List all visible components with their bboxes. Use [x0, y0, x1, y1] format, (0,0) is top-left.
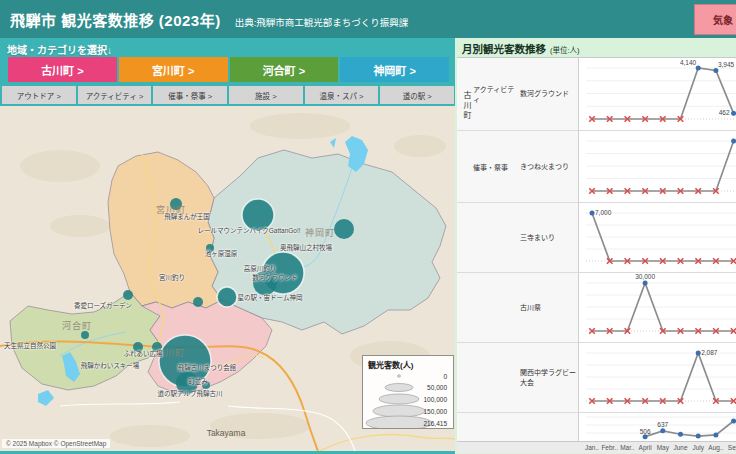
series-category: アクティビティ: [473, 84, 519, 104]
month-tick-label: April: [639, 444, 653, 452]
data-point: [590, 211, 595, 216]
series-plot: 2,087: [578, 343, 736, 413]
month-tick-label: Febr..: [601, 444, 618, 451]
source-caption: 出典:飛騨市商工観光部まちづくり振興課: [235, 15, 409, 29]
legend-size-label: 100,000: [424, 396, 448, 403]
bubble-marker-6[interactable]: [217, 287, 237, 307]
chart-header: 月別観光客数推移 (単位:人): [462, 41, 580, 56]
data-label: 506: [640, 428, 651, 435]
bubble-marker-15[interactable]: [202, 381, 210, 389]
legend-symbols: 050,000100,000150,000216,415: [363, 370, 451, 428]
select-instruction: 地域・カテゴリを選択↓: [7, 42, 112, 57]
chart-row-3: 三寺まいり7,000: [457, 203, 736, 273]
bubble-marker-8[interactable]: [193, 297, 203, 307]
month-tick-label: July: [692, 444, 704, 452]
data-label: 3,945: [718, 61, 735, 68]
series-name: 数河グラウンド: [520, 89, 577, 99]
series-name: 関西中学ラグビー大会: [520, 367, 577, 387]
chart-axis-separator: [578, 58, 579, 442]
category-button-6[interactable]: 道の駅 >: [380, 86, 454, 104]
town-buttons: 古川町 >宮川町 >河合町 >神岡町 >: [8, 57, 449, 82]
header: 飛騨市 観光客数推移 (2023年) 出典:飛騨市商工観光部まちづくり振興課 気…: [0, 0, 736, 38]
region-label: 神岡町: [305, 227, 335, 238]
town-button-2[interactable]: 宮川町 >: [119, 57, 228, 82]
page-title: 飛騨市 観光客数推移 (2023年): [10, 9, 221, 30]
category-button-2[interactable]: アクティビティ >: [78, 86, 152, 104]
bubble-marker-2[interactable]: [242, 199, 274, 231]
data-label: 30,000: [635, 273, 655, 280]
category-button-3[interactable]: 催事・祭事 >: [153, 86, 227, 104]
series-plot: 4,1403,945462: [578, 58, 736, 131]
data-point: [713, 432, 718, 437]
series-name: きつね火まつり: [520, 161, 577, 171]
series-plot: 30,000: [578, 273, 736, 343]
chart-title: 月別観光客数推移: [462, 41, 546, 56]
legend-size-label: 150,000: [424, 408, 448, 415]
chart-row-2: 催事・祭事きつね火まつり: [457, 131, 736, 203]
region-label: 河合町: [62, 320, 92, 331]
series-plot: [578, 131, 736, 203]
map-canvas[interactable]: 宮川町河合町古川町神岡町 飛騨まんが王国レールマウンテンバイクGattanGo!…: [0, 106, 455, 451]
chart-row-6: 506637: [457, 413, 736, 442]
region-label: 宮川町: [156, 204, 186, 215]
month-axis-svg: Jan..Febr..Mar..AprilMayJuneJulyAug..Sep: [578, 442, 736, 453]
data-point: [643, 281, 648, 286]
town-button-4[interactable]: 神岡町 >: [340, 57, 449, 82]
bubble-marker-3[interactable]: [334, 219, 354, 239]
data-label: 637: [657, 421, 668, 428]
chart-row-4: 古川祭30,000: [457, 273, 736, 343]
data-point: [731, 139, 736, 144]
month-tick-label: Sep: [728, 444, 736, 452]
data-point: [643, 434, 648, 439]
month-axis: Jan..Febr..Mar..AprilMayJuneJulyAug..Sep: [457, 441, 736, 453]
series-plot: 506637: [578, 413, 736, 442]
right-panel: 月別観光客数推移 (単位:人) 古川町 アクティビティ数河グラウンド4,1403…: [455, 38, 736, 454]
left-panel: 地域・カテゴリを選択↓ 古川町 >宮川町 >河合町 >神岡町 > アウトドア >…: [0, 38, 455, 454]
legend-size-label: 50,000: [427, 384, 447, 391]
weather-button[interactable]: 気象: [694, 4, 736, 35]
bubble-marker-9[interactable]: [206, 244, 214, 252]
legend-size-label: 216,415: [424, 420, 448, 427]
chart-row-5: 関西中学ラグビー大会2,087: [457, 343, 736, 413]
town-button-3[interactable]: 河合町 >: [230, 57, 339, 82]
chart-row-1: アクティビティ数河グラウンド4,1403,945462: [457, 58, 736, 131]
chart-unit: (単位:人): [550, 44, 580, 55]
data-point: [696, 434, 701, 439]
region-label: 古川町: [155, 347, 185, 358]
data-point: [731, 419, 736, 424]
data-point: [678, 432, 683, 437]
city-label-takayama: Takayama: [207, 428, 246, 438]
category-button-4[interactable]: 施設 >: [229, 86, 303, 104]
bubble-marker-10[interactable]: [81, 331, 89, 339]
series-category: 催事・祭事: [473, 162, 519, 172]
app: 飛騨市 観光客数推移 (2023年) 出典:飛騨市商工観光部まちづくり振興課 気…: [0, 0, 736, 454]
category-buttons: アウトドア >アクティビティ >催事・祭事 >施設 >温泉・スパ >道の駅 >: [2, 86, 454, 104]
data-point: [731, 111, 736, 116]
chart-card: 古川町 アクティビティ数河グラウンド4,1403,945462催事・祭事きつね火…: [457, 57, 736, 442]
month-tick-label: June: [673, 444, 687, 451]
data-point: [696, 66, 701, 71]
series-plot: 7,000: [578, 203, 736, 273]
data-label: 462: [719, 109, 730, 116]
data-label: 7,000: [595, 209, 612, 216]
data-point: [660, 428, 665, 433]
data-label: 4,140: [680, 59, 697, 66]
series-name: 三寺まいり: [520, 232, 577, 242]
legend-size-label: 0: [443, 373, 447, 380]
category-button-1[interactable]: アウトドア >: [2, 86, 76, 104]
series-name: 古川祭: [520, 302, 577, 312]
data-label: 2,087: [701, 349, 718, 356]
legend-title: 観光客数(人): [368, 359, 453, 370]
data-point: [713, 68, 718, 73]
data-point: [696, 351, 701, 356]
month-tick-label: Jan..: [585, 444, 599, 451]
category-button-5[interactable]: 温泉・スパ >: [305, 86, 379, 104]
bubble-marker-14[interactable]: [176, 372, 198, 394]
month-tick-label: May: [657, 444, 670, 452]
map-attribution[interactable]: © 2025 Mapbox © OpenStreetMap: [2, 439, 110, 448]
month-tick-label: Mar..: [620, 444, 635, 451]
bubble-marker-5[interactable]: [253, 271, 277, 295]
town-button-1[interactable]: 古川町 >: [8, 57, 117, 82]
bubble-marker-7[interactable]: [123, 290, 133, 300]
bubble-marker-12[interactable]: [133, 342, 143, 352]
